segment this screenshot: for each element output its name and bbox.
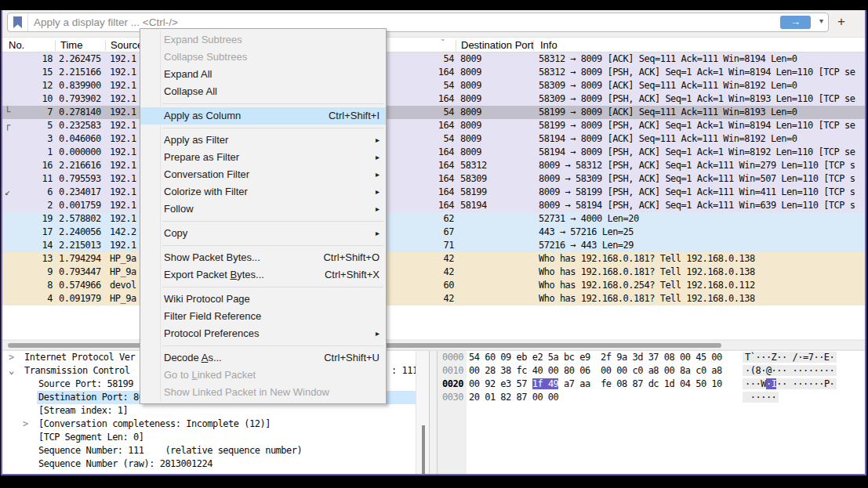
expander-icon[interactable]: ⌄: [9, 365, 14, 376]
column-divider[interactable]: [533, 40, 534, 51]
menu-item-expand-all[interactable]: Expand All: [140, 66, 386, 83]
detail-line[interactable]: [TCP Segment Len: 0]: [2, 431, 416, 444]
detail-line[interactable]: [Stream index: 1]: [2, 404, 416, 418]
hex-row[interactable]: 003020 01 82 87 00 00 ·····: [438, 391, 866, 404]
menu-item-expand-subtrees: Expand Subtrees: [140, 31, 386, 49]
packet-row[interactable]: 182.262475192.154800958312 → 8009 [ACK] …: [2, 52, 866, 66]
packet-row[interactable]: 131.794294HP_9a42Who has 192.168.0.181? …: [2, 252, 866, 266]
add-filter-button[interactable]: +: [833, 13, 849, 31]
display-filter-input[interactable]: Apply a display filter ... <Ctrl-/> → ▾: [7, 13, 829, 32]
cell-dst-port: 8009: [460, 67, 481, 78]
packet-row[interactable]: ┌50.232583192.1164800958199 → 8009 [PSH,…: [2, 119, 866, 132]
submenu-arrow-icon: ▸: [372, 183, 380, 201]
cell-info: 58199 → 8009 [PSH, ACK] Seq=1 Ack=1 Win=…: [539, 120, 866, 131]
packet-row[interactable]: 162.216616192.1164583128009 → 58312 [PSH…: [2, 159, 866, 172]
cell-dst-port: 8009: [460, 133, 481, 144]
menu-item-copy[interactable]: Copy▸: [140, 225, 386, 242]
cell-length: 42: [394, 253, 454, 264]
expander-icon[interactable]: >: [23, 418, 28, 429]
menu-item-go-to-linked-packet: Go to Linked Packet: [140, 367, 386, 384]
header-info[interactable]: Info: [540, 39, 557, 51]
cell-source: HP_9a: [110, 253, 136, 264]
menu-item-label: Protocol Preferences: [164, 325, 372, 342]
cell-source: 142.2: [110, 226, 136, 237]
menu-item-follow[interactable]: Follow▸: [140, 201, 386, 218]
cell-time: 1.794294: [59, 253, 101, 264]
menu-item-filter-field-reference[interactable]: Filter Field Reference: [140, 308, 386, 325]
packet-row[interactable]: 80.574966devol60Who has 192.168.0.254? T…: [2, 279, 866, 292]
hex-row[interactable]: 002000 92 e3 57 1f 49 a7 aa fe 08 87 dc …: [438, 378, 866, 391]
cell-time: 2.262475: [59, 53, 101, 64]
cell-no: 10: [16, 93, 53, 104]
horizontal-scrollbar[interactable]: [2, 340, 866, 349]
cell-info: Who has 192.168.0.181? Tell 192.168.0.13…: [539, 293, 866, 304]
column-divider[interactable]: [105, 40, 106, 51]
cell-source: HP_9a: [110, 266, 136, 277]
packet-row[interactable]: 110.795593192.1164583098009 → 58309 [PSH…: [2, 172, 866, 186]
cell-length: 164: [394, 146, 454, 157]
packet-row[interactable]: 152.215166192.1164800958312 → 8009 [PSH,…: [2, 66, 866, 79]
cell-source: 192.1: [110, 80, 136, 91]
packet-row[interactable]: 40.091979HP_9a42Who has 192.168.0.181? T…: [2, 292, 866, 305]
filter-dropdown-caret-icon[interactable]: ▾: [819, 16, 823, 25]
detail-text-fragment: : 111,: [391, 365, 416, 376]
packet-row[interactable]: 192.578802192.16252731 → 4000 Len=20: [2, 212, 866, 226]
packet-row[interactable]: ↙60.234017192.1164581998009 → 58199 [PSH…: [2, 186, 866, 199]
cell-info: 8009 → 58312 [PSH, ACK] Seq=1 Ack=111 Wi…: [539, 160, 866, 171]
menu-item-collapse-all[interactable]: Collapse All: [140, 83, 386, 100]
packet-row[interactable]: 120.839900192.154800958309 → 8009 [ACK] …: [2, 79, 866, 92]
packet-row[interactable]: └70.278140192.154800958199 → 8009 [ACK] …: [2, 106, 866, 119]
details-scrollbar[interactable]: [416, 351, 429, 474]
ascii-bytes: ·(8·@··· ········: [743, 365, 837, 376]
column-divider[interactable]: [55, 40, 56, 51]
menu-shortcut: Ctrl+Shift+U: [324, 349, 380, 367]
cell-time: 2.215013: [59, 240, 101, 251]
cell-time: 0.839900: [59, 80, 101, 91]
packet-row[interactable]: 20.001759192.1164581948009 → 58194 [PSH,…: [2, 199, 866, 212]
detail-line[interactable]: Sequence Number (raw): 2813001224: [2, 457, 416, 471]
cell-length: 164: [394, 120, 454, 131]
detail-text: [Stream index: 1]: [38, 405, 128, 416]
submenu-arrow-icon: ▸: [372, 132, 380, 149]
hex-offset: 0010: [442, 365, 463, 376]
menu-item-decode-as[interactable]: Decode As...Ctrl+Shift+U: [140, 349, 386, 367]
packet-row[interactable]: 142.215013192.17157216 → 443 Len=29: [2, 239, 866, 252]
packet-row[interactable]: 172.240056142.267443 → 57216 Len=25: [2, 226, 866, 239]
packet-bytes-pane: 000054 60 09 eb e2 5a bc e9 2f 9a 3d 37 …: [438, 351, 866, 474]
apply-filter-button[interactable]: →: [780, 16, 811, 29]
hex-row[interactable]: 001000 28 38 fc 40 00 80 06 00 00 c0 a8 …: [438, 364, 866, 378]
detail-text: [TCP Segment Len: 0]: [38, 432, 144, 443]
hex-row[interactable]: 000054 60 09 eb e2 5a bc e9 2f 9a 3d 37 …: [438, 351, 866, 364]
column-divider[interactable]: [456, 40, 456, 51]
menu-item-apply-as-column[interactable]: Apply as ColumnCtrl+Shift+I: [140, 107, 386, 125]
menu-item-label: Expand All: [164, 66, 380, 83]
menu-item-colorize-with-filter[interactable]: Colorize with Filter▸: [140, 183, 386, 201]
header-time[interactable]: Time: [60, 39, 82, 51]
detail-line[interactable]: Sequence Number: 111 (relative sequence …: [2, 444, 416, 457]
menu-item-protocol-preferences[interactable]: Protocol Preferences▸: [140, 325, 386, 342]
details-scrollbar-thumb[interactable]: [422, 425, 425, 475]
menu-item-wiki-protocol-page[interactable]: Wiki Protocol Page: [140, 291, 386, 308]
selected-ascii: ·I: [766, 378, 776, 389]
menu-item-export-packet-bytes[interactable]: Export Packet Bytes...Ctrl+Shift+X: [140, 266, 386, 284]
packet-row[interactable]: 30.046060192.154800958194 → 8009 [ACK] S…: [2, 132, 866, 146]
menu-item-apply-as-filter[interactable]: Apply as Filter▸: [140, 132, 386, 149]
packet-row[interactable]: 100.793902192.1164800958309 → 8009 [PSH,…: [2, 92, 866, 106]
menu-item-conversation-filter[interactable]: Conversation Filter▸: [140, 166, 386, 183]
submenu-arrow-icon: ▸: [372, 149, 380, 166]
packet-row[interactable]: 10.000000192.1164800958194 → 8009 [PSH, …: [2, 146, 866, 159]
detail-text: Internet Protocol Ver: [24, 352, 135, 363]
header-source[interactable]: Source: [111, 39, 143, 51]
selected-bytes: 1f 49: [532, 378, 559, 389]
cell-length: 42: [394, 293, 454, 304]
expander-icon[interactable]: >: [9, 352, 14, 363]
menu-item-show-packet-bytes[interactable]: Show Packet Bytes...Ctrl+Shift+O: [140, 249, 386, 266]
cell-no: 1: [16, 146, 53, 157]
header-dst-port[interactable]: Destination Port: [461, 39, 534, 51]
header-no[interactable]: No.: [9, 39, 24, 51]
packet-row[interactable]: 90.793447HP_9a42Who has 192.168.0.181? T…: [2, 266, 866, 279]
detail-line[interactable]: >[Conversation completeness: Incomplete …: [2, 418, 416, 431]
menu-item-prepare-as-filter[interactable]: Prepare as Filter▸: [140, 149, 386, 166]
details-bytes-splitter[interactable]: [429, 351, 438, 474]
filter-bookmark-button[interactable]: [8, 13, 28, 31]
